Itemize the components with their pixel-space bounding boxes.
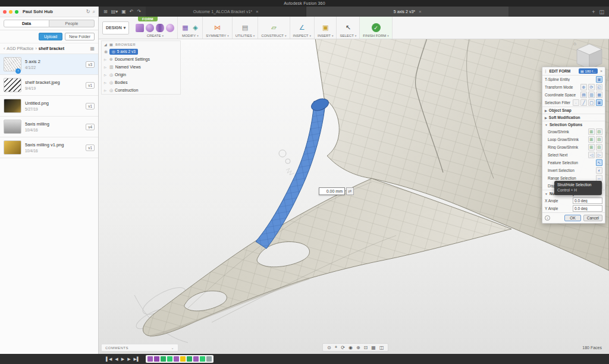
local-space-icon[interactable]: ▦ xyxy=(596,92,602,98)
timeline-feature[interactable] xyxy=(147,356,153,362)
version-badge[interactable]: v1 xyxy=(86,103,95,109)
go-to-end-icon[interactable]: ▶▌ xyxy=(134,357,140,362)
orbit-center-icon[interactable]: ⊙ xyxy=(327,345,331,350)
viewport[interactable]: ◢ ▦ BROWSER ◉ ◎5 axis 2 v3 ▷⊛ Document S… xyxy=(99,39,609,354)
rotate-icon[interactable]: ⟳ xyxy=(588,84,595,90)
pan-icon[interactable]: ⌖ xyxy=(335,344,338,350)
file-menu-icon[interactable]: ▤▾ xyxy=(111,9,118,14)
timeline-feature[interactable] xyxy=(180,356,186,362)
step-forward-icon[interactable]: ▶ xyxy=(127,357,130,362)
mirror-symmetry-icon[interactable]: ⋈ xyxy=(214,24,222,32)
create-cylinder-icon[interactable] xyxy=(156,24,164,32)
orbit-icon[interactable]: ⟳ xyxy=(341,345,345,350)
list-item[interactable]: ↑ 5 axis 2 4/1/22 v3 xyxy=(0,54,98,75)
invert-selection-icon[interactable]: ◐ xyxy=(596,167,602,174)
bulb-icon[interactable]: ◎ xyxy=(109,73,113,77)
browser-node[interactable]: ▷⊛ Document Settings xyxy=(102,55,180,63)
tspline-select-icon[interactable]: ▣ xyxy=(596,76,602,83)
list-item[interactable]: 5axis milling 10/4/16 v4 xyxy=(0,117,98,137)
new-folder-button[interactable]: New Folder xyxy=(65,33,95,40)
drag-arrow-icon[interactable]: ⇄ xyxy=(346,187,354,195)
edge-filter-icon[interactable]: ╱ xyxy=(580,99,587,106)
timeline-feature[interactable] xyxy=(193,356,199,362)
tab-list-icon[interactable]: ◫ xyxy=(599,9,604,15)
redo-icon[interactable]: ↷ xyxy=(137,9,142,14)
browser-node[interactable]: ▷◎ Construction xyxy=(102,86,180,94)
cancel-button[interactable]: Cancel xyxy=(583,215,602,221)
timeline-feature[interactable] xyxy=(187,356,192,362)
list-item[interactable]: 5axis milling v1.png 10/4/16 v1 xyxy=(0,137,98,158)
list-item[interactable]: shelf bracket.jpeg 9/4/19 v1 xyxy=(0,75,98,96)
select-next-icon[interactable]: ▷ xyxy=(596,152,602,158)
close-tab-icon[interactable]: × xyxy=(419,9,422,14)
timeline-feature[interactable] xyxy=(154,356,159,362)
zoom-window-icon[interactable] xyxy=(15,10,18,14)
timeline-feature[interactable] xyxy=(161,356,166,362)
ring-grow-icon[interactable]: ⊞ xyxy=(588,144,595,150)
version-badge[interactable]: v1 xyxy=(86,145,95,151)
timeline-feature[interactable] xyxy=(167,356,172,362)
form-context-tab[interactable]: FORM xyxy=(138,17,158,21)
upload-button[interactable]: Upload xyxy=(39,33,62,40)
breadcrumb-parent[interactable]: AGD PRactice xyxy=(7,46,33,51)
version-badge[interactable]: v4 xyxy=(86,124,95,130)
info-icon[interactable]: i xyxy=(545,215,550,221)
create-quadball-icon[interactable] xyxy=(166,24,174,32)
browser-node[interactable]: ▷◎ Origin xyxy=(102,71,180,79)
go-to-start-icon[interactable]: ▌◀ xyxy=(106,357,112,362)
workspace-selector[interactable]: DESIGN▾ xyxy=(102,21,129,34)
collapse-browser-icon[interactable]: ◢ xyxy=(104,42,107,46)
view-space-icon[interactable]: ▥ xyxy=(588,92,595,98)
finish-form-check-icon[interactable]: ✓ xyxy=(372,23,381,32)
selection-chip[interactable]: ▤ 180 f... xyxy=(579,68,598,74)
zoom-icon[interactable]: ⊕ xyxy=(356,345,360,350)
loop-grow-icon[interactable]: ⊞ xyxy=(588,136,595,143)
close-window-icon[interactable] xyxy=(3,10,7,14)
grow-icon[interactable]: ⊞ xyxy=(588,128,595,135)
grid-view-icon[interactable]: ▦ xyxy=(90,46,95,51)
construct-plane-icon[interactable]: ▱ xyxy=(269,24,278,32)
soft-modification-section[interactable]: ▶ Soft Modification xyxy=(542,114,605,121)
look-at-icon[interactable]: ◉ xyxy=(349,345,353,350)
undo-icon[interactable]: ↶ xyxy=(130,9,134,14)
scale-icon[interactable]: ◱ xyxy=(596,84,602,90)
create-box-icon[interactable] xyxy=(136,24,144,32)
save-icon[interactable]: ▣ xyxy=(121,9,126,14)
select-cursor-icon[interactable]: ↖ xyxy=(344,24,352,32)
y-angle-input[interactable] xyxy=(573,205,602,212)
timeline-feature[interactable] xyxy=(174,356,179,362)
data-panel-toggle-icon[interactable]: ⊞ xyxy=(103,9,108,14)
crease-icon[interactable]: ◈ xyxy=(191,24,199,32)
selection-options-section[interactable]: ▼ Selection Options xyxy=(542,121,605,128)
display-settings-icon[interactable]: ▦ xyxy=(371,345,376,350)
bulb-icon[interactable]: ◎ xyxy=(109,80,113,85)
strut-hole-selection-icon[interactable]: ↖ xyxy=(596,159,602,166)
doc-tab-outcome[interactable]: Outcome 1_ALCOA Bracket v1* × xyxy=(146,7,306,17)
browser-node[interactable]: ▷◎ Bodies xyxy=(102,79,180,86)
translate-icon[interactable]: ⊕ xyxy=(580,84,587,90)
version-badge[interactable]: v3 xyxy=(86,61,95,68)
select-prev-icon[interactable]: ◁ xyxy=(588,152,595,158)
viewports-icon[interactable]: ◫ xyxy=(379,345,384,350)
measure-icon[interactable]: ∠ xyxy=(298,24,306,32)
minimize-window-icon[interactable] xyxy=(9,10,12,14)
home-icon[interactable]: ⌂ xyxy=(573,41,576,46)
ok-button[interactable]: OK xyxy=(564,215,580,221)
edit-form-icon[interactable]: ▦ xyxy=(181,24,189,32)
tab-data[interactable]: Data xyxy=(4,20,49,27)
version-badge[interactable]: v1 xyxy=(86,82,95,89)
world-space-icon[interactable]: ▤ xyxy=(580,92,587,98)
object-snap-section[interactable]: ▶ Object Snap xyxy=(542,106,605,114)
search-icon[interactable]: ⌕ xyxy=(93,9,95,15)
dimension-input[interactable]: 0.00 mm xyxy=(319,187,345,195)
refresh-icon[interactable]: ↻ xyxy=(86,9,90,14)
new-tab-icon[interactable]: + xyxy=(592,9,595,15)
timeline-feature[interactable] xyxy=(206,356,212,362)
shrink-icon[interactable]: ⊟ xyxy=(596,128,602,135)
clear-selection-icon[interactable]: × xyxy=(600,69,602,73)
fit-icon[interactable]: ⊡ xyxy=(364,345,368,350)
comments-bar[interactable]: COMMENTS ⌄ xyxy=(101,344,178,352)
vertex-filter-icon[interactable]: ∙ xyxy=(573,99,579,106)
doc-tab-5axis[interactable]: 5 axis 2 v3* × xyxy=(306,7,508,17)
list-item[interactable]: Untitled.png 5/27/19 v1 xyxy=(0,96,98,117)
